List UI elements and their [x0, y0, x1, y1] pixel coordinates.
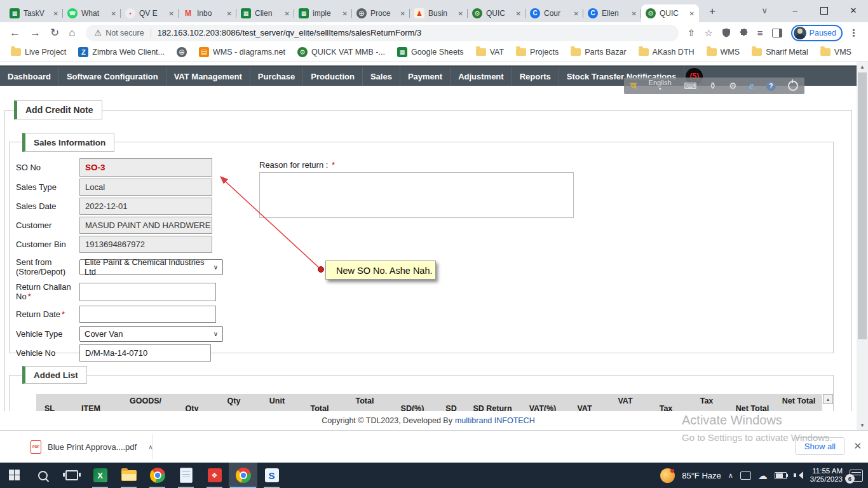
bookmark-item[interactable]: Sharif Metal — [747, 46, 813, 58]
taskbar-notepad[interactable] — [172, 463, 200, 488]
keyboard-icon[interactable]: ⌨ — [684, 81, 696, 91]
minimize-icon[interactable]: – — [780, 0, 810, 21]
field-select[interactable]: Elite Paint & Chemical Industries Ltd∨ — [79, 259, 223, 275]
nav-item-adjustment[interactable]: Adjustment — [451, 67, 512, 86]
taskbar-chrome[interactable] — [143, 463, 172, 488]
tab-close-icon[interactable]: ✕ — [574, 10, 579, 17]
show-all-button[interactable]: Show all — [795, 437, 845, 455]
browser-tab[interactable]: ⚙QUIC✕ — [641, 4, 699, 22]
menu-icon[interactable]: ⋮ — [849, 27, 859, 39]
field-input[interactable] — [79, 283, 216, 301]
taskbar-search[interactable] — [29, 463, 57, 488]
tab-close-icon[interactable]: ✕ — [516, 10, 521, 17]
nav-item-reports[interactable]: Reports — [512, 67, 559, 86]
bookmark-item[interactable]: AKash DTH — [634, 46, 699, 58]
speaker-icon[interactable] — [794, 471, 803, 479]
language-selector[interactable]: English ▾ — [649, 79, 672, 92]
browser-tab[interactable]: ☎What✕ — [63, 4, 121, 22]
taskbar-clock[interactable]: 11:55 AM 3/25/2023 — [810, 467, 843, 484]
tray-chevron-icon[interactable]: ∧ — [728, 471, 733, 480]
taskbar-s-app[interactable]: S — [257, 463, 286, 488]
bookmark-item[interactable]: Projects — [512, 46, 563, 58]
bookmark-item[interactable]: VMS — [816, 46, 856, 58]
side-panel-icon[interactable] — [772, 29, 782, 37]
power-icon[interactable] — [788, 81, 798, 91]
tab-close-icon[interactable]: ✕ — [342, 10, 348, 17]
language-glyph-icon[interactable]: অ — [630, 80, 636, 92]
reason-textarea[interactable] — [259, 172, 574, 218]
tab-close-icon[interactable]: ✕ — [458, 10, 463, 17]
scroll-down-icon[interactable]: ▼ — [857, 420, 868, 430]
tab-close-icon[interactable]: ✕ — [632, 10, 637, 17]
onedrive-cloud-icon[interactable]: ☁ — [758, 471, 768, 480]
settings-gear-icon[interactable]: ⚙ — [729, 81, 737, 91]
not-secure-warning-icon[interactable]: ⚠ — [95, 28, 102, 37]
reload-icon[interactable]: ↻ — [50, 27, 59, 38]
tab-close-icon[interactable]: ✕ — [53, 10, 58, 17]
browser-tab[interactable]: ▦TaskV✕ — [5, 4, 63, 22]
tab-close-icon[interactable]: ✕ — [400, 10, 405, 17]
cast-icon[interactable] — [740, 471, 751, 480]
browser-scrollbar[interactable]: ▲ ▼ — [857, 62, 868, 430]
shelf-close-icon[interactable]: ✕ — [853, 440, 862, 452]
url-text[interactable]: 182.163.102.203:8086/test_server/qv_elit… — [158, 28, 422, 37]
developer-link[interactable]: multibrand INFOTECH — [455, 416, 535, 425]
tab-close-icon[interactable]: ✕ — [169, 10, 174, 17]
nav-item-software-configuration[interactable]: Software Configuration — [59, 67, 166, 86]
nav-item-sales[interactable]: Sales — [363, 67, 400, 86]
forward-icon[interactable]: → — [30, 27, 41, 38]
download-filename[interactable]: Blue Print Approva....pdf — [48, 442, 137, 452]
table-scroll-up-icon[interactable]: ▲ — [823, 394, 833, 404]
address-bar[interactable]: ⚠ Not secure 182.163.102.203:8086/test_s… — [86, 25, 679, 41]
browser-tab[interactable]: ♟Busin✕ — [410, 4, 468, 22]
scroll-up-icon[interactable]: ▲ — [857, 62, 868, 72]
browser-tab[interactable]: CCour✕ — [526, 4, 583, 22]
profile-chip[interactable]: Paused — [791, 25, 843, 41]
new-tab-button[interactable]: + — [704, 3, 721, 20]
browser-tab[interactable]: ▦imple✕ — [294, 4, 352, 22]
extensions-puzzle-icon[interactable] — [740, 29, 749, 37]
nav-item-dashboard[interactable]: Dashboard — [0, 67, 59, 86]
field-select[interactable]: Cover Van∨ — [79, 326, 223, 342]
maximize-icon[interactable] — [810, 0, 839, 21]
bookmark-item[interactable]: VAT — [471, 46, 508, 58]
taskbar-excel[interactable]: X — [86, 463, 114, 488]
field-input[interactable] — [79, 306, 216, 323]
nav-item-vat-management[interactable]: VAT Management — [166, 67, 250, 86]
security-label[interactable]: Not secure — [105, 29, 144, 37]
taskbar-file-explorer[interactable] — [114, 463, 143, 488]
nav-item-payment[interactable]: Payment — [400, 67, 451, 86]
weather-icon[interactable] — [660, 468, 675, 483]
browser-tab[interactable]: ▦Clien✕ — [236, 4, 294, 22]
field-input[interactable]: D/M-Ma-14-0710 — [79, 344, 211, 362]
bookmark-item[interactable]: Parts Bazar — [566, 46, 630, 58]
taskbar-app-red[interactable]: ❖ — [200, 463, 229, 488]
weather-text[interactable]: 85°F Haze — [682, 471, 721, 480]
bookmark-item[interactable]: Live Project — [6, 46, 71, 58]
ie-browser-icon[interactable]: e — [749, 80, 754, 92]
home-icon[interactable]: ⌂ — [69, 27, 75, 38]
bookmark-item[interactable]: WMS — [702, 46, 745, 58]
tab-close-icon[interactable]: ✕ — [111, 10, 116, 17]
browser-tab[interactable]: CEllen✕ — [583, 4, 641, 22]
tab-close-icon[interactable]: ✕ — [285, 10, 290, 17]
notification-center-icon[interactable]: 6 — [850, 470, 863, 482]
shield-icon[interactable] — [722, 28, 731, 37]
bookmark-star-icon[interactable]: ☆ — [704, 28, 712, 37]
bookmark-item[interactable]: ⊕ — [172, 46, 191, 58]
browser-tab[interactable]: ●QV E✕ — [121, 4, 179, 22]
battery-icon[interactable] — [775, 472, 787, 479]
taskbar-start[interactable] — [0, 463, 29, 488]
browser-tab[interactable]: MInbo✕ — [179, 4, 236, 22]
browser-tab[interactable]: ⊕Proce✕ — [352, 4, 410, 22]
bookmark-item[interactable]: ▤WMS - diagrams.net — [194, 46, 290, 58]
bookmark-item[interactable]: ⚙QUICK VAT MMB -... — [293, 46, 390, 58]
close-icon[interactable]: ✕ — [839, 0, 868, 21]
tab-close-icon[interactable]: ✕ — [689, 10, 695, 17]
taskbar-chrome-2[interactable] — [229, 463, 257, 488]
bell-icon[interactable]: ⚱ — [709, 81, 717, 91]
browser-tab[interactable]: ⚙QUIC✕ — [468, 4, 526, 22]
share-icon[interactable]: ⇧ — [688, 28, 696, 37]
help-icon[interactable]: ? — [766, 81, 776, 91]
bookmark-item[interactable]: ▦Google Sheets — [393, 46, 468, 58]
